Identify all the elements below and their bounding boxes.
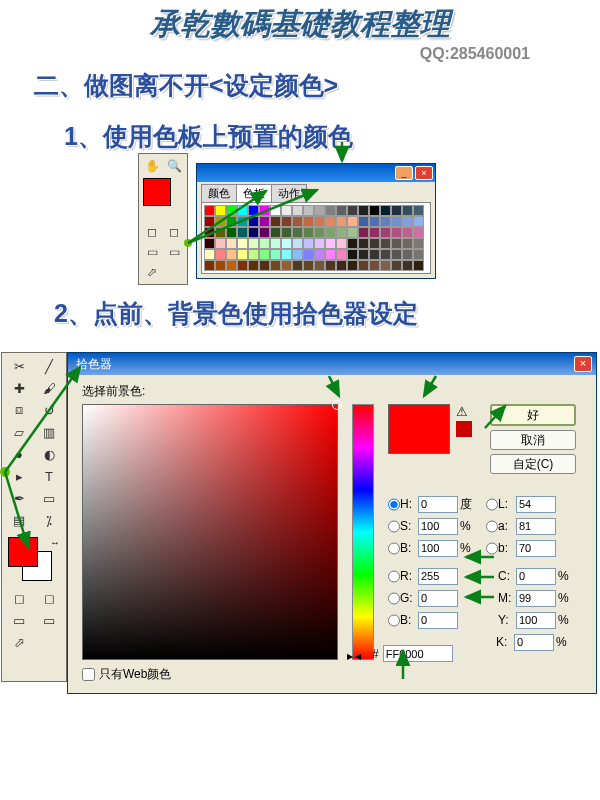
- swatch-cell[interactable]: [314, 238, 325, 249]
- swatch-cell[interactable]: [347, 249, 358, 260]
- swatch-cell[interactable]: [237, 238, 248, 249]
- minimize-button[interactable]: _: [395, 166, 413, 180]
- hex-input[interactable]: [383, 645, 453, 662]
- swatch-cell[interactable]: [215, 227, 226, 238]
- b2-input[interactable]: [516, 540, 556, 557]
- swatch-cell[interactable]: [259, 260, 270, 271]
- swatch-cell[interactable]: [380, 238, 391, 249]
- swatch-cell[interactable]: [325, 238, 336, 249]
- swatch-cell[interactable]: [237, 260, 248, 271]
- swatch-cell[interactable]: [413, 227, 424, 238]
- swatch-cell[interactable]: [204, 227, 215, 238]
- custom-button[interactable]: 自定(C): [490, 454, 576, 474]
- swatch-cell[interactable]: [248, 205, 259, 216]
- close-button[interactable]: ×: [415, 166, 433, 180]
- history-brush-icon[interactable]: ↺: [34, 399, 64, 421]
- swatch-cell[interactable]: [270, 216, 281, 227]
- swatch-cell[interactable]: [380, 205, 391, 216]
- swatch-cell[interactable]: [402, 205, 413, 216]
- swatch-cell[interactable]: [402, 249, 413, 260]
- swatch-cell[interactable]: [314, 260, 325, 271]
- swatch-cell[interactable]: [336, 238, 347, 249]
- h-input[interactable]: [418, 496, 458, 513]
- b-input[interactable]: [418, 540, 458, 557]
- l-input[interactable]: [516, 496, 556, 513]
- swatch-cell[interactable]: [281, 205, 292, 216]
- swatch-cell[interactable]: [259, 238, 270, 249]
- swatch-cell[interactable]: [391, 238, 402, 249]
- swatch-cell[interactable]: [369, 205, 380, 216]
- swatch-cell[interactable]: [325, 205, 336, 216]
- swatch-cell[interactable]: [358, 238, 369, 249]
- b-radio[interactable]: [388, 540, 400, 557]
- standard-mode-icon[interactable]: ◻: [141, 222, 163, 242]
- swatch-cell[interactable]: [402, 260, 413, 271]
- crop-tool-icon[interactable]: ✂: [4, 355, 34, 377]
- bb-input[interactable]: [418, 612, 458, 629]
- swatch-cell[interactable]: [358, 205, 369, 216]
- swatch-cell[interactable]: [226, 216, 237, 227]
- swatch-cell[interactable]: [347, 216, 358, 227]
- a-radio[interactable]: [486, 518, 498, 535]
- pen-tool-icon[interactable]: ✒: [4, 487, 34, 509]
- dodge-tool-icon[interactable]: ◐: [34, 443, 64, 465]
- swatch-cell[interactable]: [314, 216, 325, 227]
- swatch-cell[interactable]: [380, 227, 391, 238]
- swatch-cell[interactable]: [303, 260, 314, 271]
- tab-swatches[interactable]: 色板: [236, 184, 272, 202]
- swatch-cell[interactable]: [237, 227, 248, 238]
- swatch-cell[interactable]: [248, 238, 259, 249]
- swatch-cell[interactable]: [347, 238, 358, 249]
- screen-2-icon[interactable]: ▭: [34, 609, 64, 631]
- swatch-cell[interactable]: [413, 205, 424, 216]
- swatch-cell[interactable]: [347, 260, 358, 271]
- swatch-cell[interactable]: [413, 249, 424, 260]
- swatch-cell[interactable]: [314, 205, 325, 216]
- screen-mode-2-icon[interactable]: ▭: [163, 242, 185, 262]
- mini-foreground-swatch[interactable]: [143, 178, 171, 206]
- stamp-tool-icon[interactable]: ⧈: [4, 399, 34, 421]
- k-input[interactable]: [514, 634, 554, 651]
- swatch-cell[interactable]: [391, 216, 402, 227]
- ok-button[interactable]: 好: [490, 404, 576, 426]
- cancel-button[interactable]: 取消: [490, 430, 576, 450]
- y-input[interactable]: [516, 612, 556, 629]
- heal-tool-icon[interactable]: ✚: [4, 377, 34, 399]
- swatch-cell[interactable]: [248, 249, 259, 260]
- swatch-cell[interactable]: [369, 249, 380, 260]
- swatch-cell[interactable]: [204, 216, 215, 227]
- s-radio[interactable]: [388, 518, 400, 535]
- brush-tool-icon[interactable]: 🖌: [34, 377, 64, 399]
- a-input[interactable]: [516, 518, 556, 535]
- imageready-jump-icon[interactable]: ⬀: [4, 631, 34, 653]
- swatch-cell[interactable]: [303, 249, 314, 260]
- l-radio[interactable]: [486, 496, 498, 513]
- swatch-cell[interactable]: [369, 216, 380, 227]
- swatch-cell[interactable]: [215, 238, 226, 249]
- picker-close-button[interactable]: ×: [574, 356, 592, 372]
- bb-radio[interactable]: [388, 612, 400, 629]
- swatch-cell[interactable]: [347, 205, 358, 216]
- g-input[interactable]: [418, 590, 458, 607]
- c-input[interactable]: [516, 568, 556, 585]
- swatch-cell[interactable]: [292, 260, 303, 271]
- swatch-cell[interactable]: [281, 227, 292, 238]
- imageready-icon[interactable]: ⬀: [141, 262, 163, 282]
- swatch-cell[interactable]: [402, 227, 413, 238]
- swatch-cell[interactable]: [292, 205, 303, 216]
- swatch-cell[interactable]: [259, 227, 270, 238]
- swatch-cell[interactable]: [369, 260, 380, 271]
- swatch-cell[interactable]: [259, 216, 270, 227]
- swatch-cell[interactable]: [226, 227, 237, 238]
- swatch-cell[interactable]: [380, 249, 391, 260]
- r-input[interactable]: [418, 568, 458, 585]
- path-select-icon[interactable]: ▸: [4, 465, 34, 487]
- tab-color[interactable]: 颜色: [201, 184, 237, 202]
- swatch-cell[interactable]: [347, 227, 358, 238]
- swatch-cell[interactable]: [292, 216, 303, 227]
- h-radio[interactable]: [388, 496, 400, 513]
- swatch-cell[interactable]: [248, 227, 259, 238]
- swatch-cell[interactable]: [292, 249, 303, 260]
- swatch-cell[interactable]: [226, 260, 237, 271]
- swatch-cell[interactable]: [380, 260, 391, 271]
